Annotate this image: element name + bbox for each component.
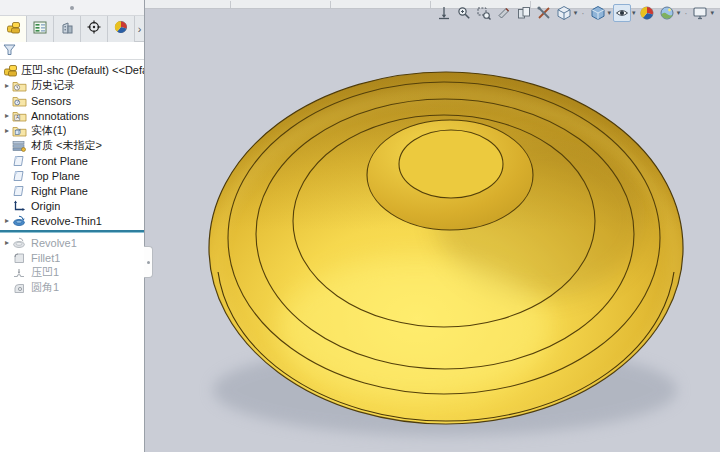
tree-item-top-plane[interactable]: Top Plane	[0, 168, 144, 183]
expand-arrow-icon[interactable]: ▸	[2, 81, 12, 90]
tree-item-fillet1[interactable]: Fillet1	[0, 250, 144, 265]
tree-item-front-plane[interactable]: Front Plane	[0, 153, 144, 168]
apply-scene-icon[interactable]	[658, 4, 676, 22]
tree-item-revolve1[interactable]: ▸ Revolve1	[0, 235, 144, 250]
3d-drawing-views-icon[interactable]	[515, 4, 533, 22]
previous-view-icon[interactable]	[475, 4, 493, 22]
tree-item-history[interactable]: ▸ 历史记录	[0, 78, 144, 93]
plane-icon	[12, 154, 28, 167]
origin-icon	[12, 199, 28, 212]
tab-feature-manager[interactable]	[0, 16, 27, 42]
view-orientation-icon[interactable]	[555, 4, 573, 22]
feature-tree: 压凹-shc (Default) <<Default ▸ 历史记录	[0, 60, 144, 295]
tree-item-indent1[interactable]: 压凹1	[0, 265, 144, 280]
view-orientation-dropdown[interactable]: ▾	[574, 9, 578, 17]
history-folder-icon	[12, 79, 28, 92]
configuration-manager-icon	[60, 20, 74, 38]
tree-filter-row[interactable]	[0, 42, 144, 60]
expand-arrow-icon[interactable]: ▸	[2, 238, 12, 247]
rollback-bar[interactable]	[0, 230, 144, 233]
panel-collapse-dot	[70, 6, 74, 10]
plane-icon	[12, 184, 28, 197]
tree-item-right-plane[interactable]: Right Plane	[0, 183, 144, 198]
round-gray-icon	[12, 281, 28, 294]
solid-bodies-folder-icon	[12, 124, 28, 137]
solidworks-window: › 压凹-shc	[0, 0, 720, 452]
expand-arrow-icon[interactable]: ▸	[2, 216, 12, 225]
tab-configuration-manager[interactable]	[54, 16, 81, 42]
expand-arrow-icon[interactable]: ▸	[2, 111, 12, 120]
zoom-to-fit-icon[interactable]	[435, 4, 453, 22]
apply-scene-dropdown[interactable]: ▾	[677, 9, 681, 17]
display-manager-ball-icon	[114, 20, 128, 38]
hide-show-items-icon[interactable]	[613, 4, 631, 22]
edit-appearance-icon[interactable]	[638, 4, 656, 22]
section-view-icon[interactable]	[495, 4, 513, 22]
display-style-icon[interactable]	[589, 4, 607, 22]
tree-item-material[interactable]: 材质 <未指定>	[0, 138, 144, 153]
indent-gray-icon	[12, 266, 28, 279]
material-icon	[12, 139, 28, 152]
feature-manager-panel: › 压凹-shc	[0, 0, 145, 452]
tree-item-annotations[interactable]: ▸ A Annotations	[0, 108, 144, 123]
tab-display-manager[interactable]	[108, 16, 135, 42]
view-settings-icon[interactable]	[691, 4, 709, 22]
property-manager-icon	[33, 20, 47, 38]
zoom-to-area-icon[interactable]	[455, 4, 473, 22]
tree-item-sensors[interactable]: Sensors	[0, 93, 144, 108]
dynamic-annotation-views-icon[interactable]	[535, 4, 553, 22]
panel-splitter-handle[interactable]	[144, 246, 153, 278]
tree-item-revolve-thin1[interactable]: ▸ Revolve-Thin1	[0, 213, 144, 228]
display-style-dropdown[interactable]: ▾	[608, 9, 612, 17]
tree-item-solid-bodies[interactable]: ▸ 实体(1)	[0, 123, 144, 138]
expand-arrow-icon[interactable]: ▸	[2, 126, 12, 135]
filter-funnel-icon	[3, 42, 16, 60]
fillet-gray-icon	[12, 251, 28, 264]
view-settings-dropdown[interactable]: ▾	[710, 9, 714, 17]
dimxpert-target-icon	[87, 20, 101, 38]
panel-collapse-strip[interactable]	[0, 0, 144, 16]
headsup-view-toolbar: ▾ · ▾ ▾	[435, 4, 714, 22]
annotations-folder-icon: A	[12, 109, 28, 122]
manager-tab-bar: ›	[0, 16, 144, 42]
tab-overflow-arrow[interactable]: ›	[135, 16, 144, 41]
tree-item-round1[interactable]: 圆角1	[0, 280, 144, 295]
part-icon	[3, 64, 19, 77]
tree-item-origin[interactable]: Origin	[0, 198, 144, 213]
feature-manager-icon	[6, 20, 21, 38]
tab-dimxpert-manager[interactable]	[81, 16, 108, 42]
tab-property-manager[interactable]	[27, 16, 54, 42]
model-revolved-disc[interactable]	[145, 0, 720, 452]
tree-root-part[interactable]: 压凹-shc (Default) <<Default	[0, 63, 144, 78]
revolve-gray-icon	[12, 236, 28, 249]
dome-top[interactable]	[399, 130, 503, 198]
sensors-folder-icon	[12, 94, 28, 107]
tree-root-label: 压凹-shc (Default) <<Default	[21, 63, 144, 78]
graphics-viewport[interactable]: ▾ · ▾ ▾	[145, 0, 720, 452]
plane-icon	[12, 169, 28, 182]
revolve-thin-icon	[12, 214, 28, 227]
hide-show-items-dropdown[interactable]: ▾	[632, 9, 636, 17]
